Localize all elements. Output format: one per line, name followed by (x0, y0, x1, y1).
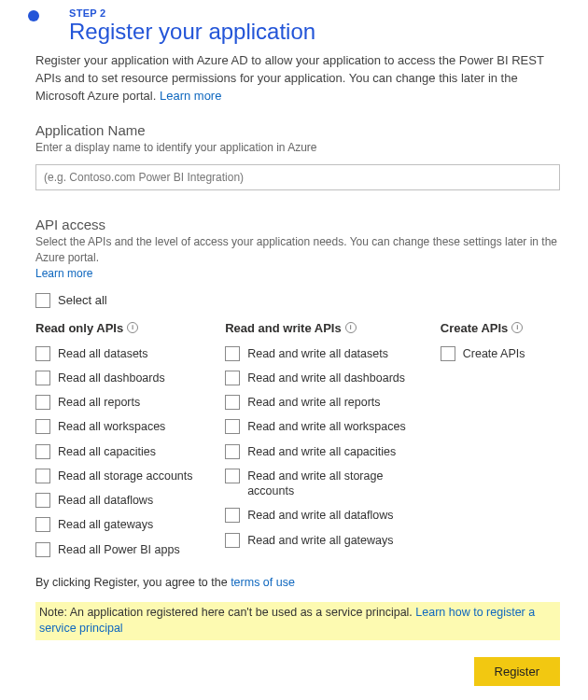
rw-api-row: Read and write all gateways (225, 533, 422, 548)
rw-api-row: Read and write all dataflows (225, 508, 422, 523)
read-api-row: Read all storage accounts (35, 469, 206, 483)
read-api-checkbox[interactable] (35, 517, 50, 532)
rw-api-checkbox[interactable] (225, 469, 240, 483)
rw-api-checkbox[interactable] (225, 508, 240, 523)
api-access-sub-text: Select the APIs and the level of access … (35, 235, 557, 264)
rw-api-label: Read and write all gateways (247, 533, 393, 548)
rw-api-row: Read and write all reports (225, 395, 422, 410)
read-api-row: Read all Power BI apps (35, 542, 206, 557)
step-label: STEP 2 (69, 7, 315, 19)
app-name-input[interactable] (35, 164, 560, 190)
rw-api-row: Read and write all capacities (225, 444, 422, 459)
agree-text: By clicking Register, you agree to the t… (35, 576, 560, 589)
step-indicator-dot (28, 10, 39, 21)
create-column: Create APIs i Create APIs (441, 321, 560, 567)
read-api-label: Read all reports (58, 395, 140, 410)
select-all-checkbox[interactable] (35, 293, 50, 308)
read-api-checkbox[interactable] (35, 346, 50, 361)
api-access-title: API access (35, 217, 560, 232)
read-api-label: Read all storage accounts (58, 469, 193, 483)
rw-api-label: Read and write all storage accounts (247, 469, 422, 499)
app-name-sub: Enter a display name to identify your ap… (35, 140, 560, 156)
intro-learn-more-link[interactable]: Learn more (160, 89, 221, 103)
read-api-checkbox[interactable] (35, 493, 50, 508)
api-learn-more-link[interactable]: Learn more (35, 267, 92, 280)
info-icon[interactable]: i (345, 322, 357, 333)
service-principal-note: Note: An application registered here can… (35, 602, 560, 640)
agree-body: By clicking Register, you agree to the (35, 576, 231, 589)
read-api-label: Read all dataflows (58, 493, 153, 508)
read-api-label: Read all capacities (58, 444, 156, 459)
read-api-row: Read all datasets (35, 346, 206, 361)
read-api-checkbox[interactable] (35, 469, 50, 483)
api-access-section: API access Select the APIs and the level… (35, 217, 560, 567)
read-api-checkbox[interactable] (35, 371, 50, 385)
intro-body: Register your application with Azure AD … (35, 53, 544, 103)
read-api-row: Read all dashboards (35, 371, 206, 385)
rw-api-label: Read and write all workspaces (247, 419, 406, 434)
read-write-column: Read and write APIs i Read and write all… (225, 321, 422, 567)
read-write-head: Read and write APIs (225, 321, 342, 335)
read-only-head: Read only APIs (35, 321, 123, 335)
read-only-column: Read only APIs i Read all datasetsRead a… (35, 321, 206, 567)
rw-api-row: Read and write all storage accounts (225, 469, 422, 499)
create-api-label: Create APIs (463, 346, 525, 361)
create-head: Create APIs (441, 321, 509, 335)
rw-api-row: Read and write all datasets (225, 346, 422, 361)
rw-api-checkbox[interactable] (225, 419, 240, 434)
create-api-row: Create APIs (441, 346, 560, 361)
rw-api-label: Read and write all datasets (247, 346, 388, 361)
app-name-section: Application Name Enter a display name to… (35, 122, 560, 191)
rw-api-row: Read and write all workspaces (225, 419, 422, 434)
select-all-label: Select all (58, 293, 107, 307)
read-api-row: Read all reports (35, 395, 206, 410)
terms-of-use-link[interactable]: terms of use (231, 576, 295, 589)
rw-api-label: Read and write all dataflows (247, 508, 393, 523)
read-api-checkbox[interactable] (35, 542, 50, 557)
create-api-checkbox[interactable] (441, 346, 455, 361)
rw-api-label: Read and write all reports (247, 395, 380, 410)
read-api-row: Read all workspaces (35, 419, 206, 434)
read-api-checkbox[interactable] (35, 419, 50, 434)
rw-api-label: Read and write all capacities (247, 444, 396, 459)
api-access-sub: Select the APIs and the level of access … (35, 234, 560, 281)
rw-api-checkbox[interactable] (225, 346, 240, 361)
read-api-row: Read all capacities (35, 444, 206, 459)
read-api-label: Read all datasets (58, 346, 148, 361)
read-api-checkbox[interactable] (35, 395, 50, 410)
rw-api-checkbox[interactable] (225, 371, 240, 385)
read-api-label: Read all workspaces (58, 419, 165, 434)
rw-api-checkbox[interactable] (225, 533, 240, 548)
rw-api-checkbox[interactable] (225, 395, 240, 410)
rw-api-checkbox[interactable] (225, 444, 240, 459)
rw-api-row: Read and write all dashboards (225, 371, 422, 385)
read-api-row: Read all gateways (35, 517, 206, 532)
intro-text: Register your application with Azure AD … (35, 52, 560, 105)
rw-api-label: Read and write all dashboards (247, 371, 405, 385)
read-api-row: Read all dataflows (35, 493, 206, 508)
read-api-label: Read all Power BI apps (58, 542, 180, 557)
info-icon[interactable]: i (511, 322, 523, 333)
read-api-label: Read all gateways (58, 517, 153, 532)
read-api-label: Read all dashboards (58, 371, 165, 385)
app-name-title: Application Name (35, 122, 560, 138)
page-title: Register your application (69, 19, 315, 45)
read-api-checkbox[interactable] (35, 444, 50, 459)
register-button[interactable]: Register (474, 657, 560, 686)
info-icon[interactable]: i (127, 322, 138, 333)
note-body: Note: An application registered here can… (39, 606, 415, 619)
